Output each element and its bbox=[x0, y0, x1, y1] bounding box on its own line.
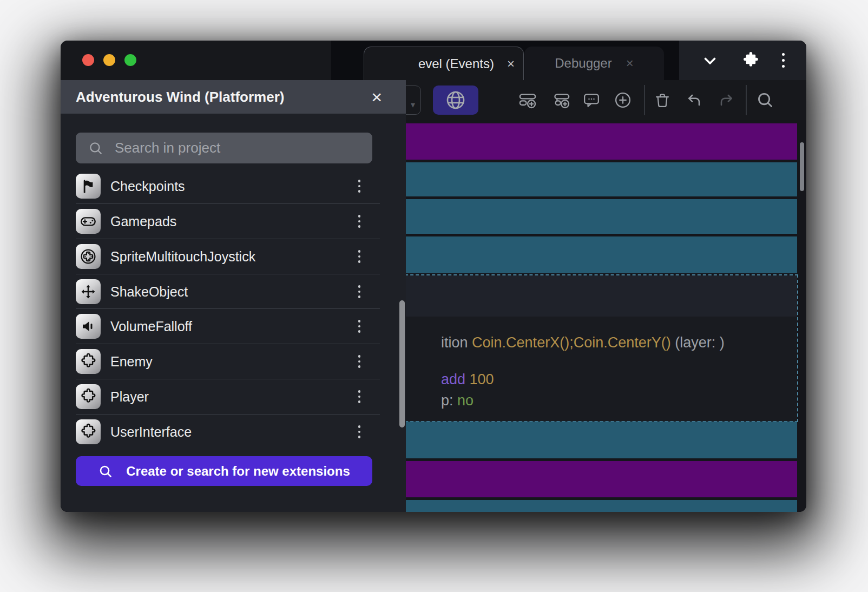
item-menu-icon[interactable] bbox=[358, 285, 361, 298]
item-menu-icon[interactable] bbox=[358, 215, 361, 228]
search-input[interactable]: Search in project bbox=[76, 133, 372, 163]
speaker-icon bbox=[76, 314, 101, 339]
item-menu-icon[interactable] bbox=[358, 355, 361, 368]
close-panel-icon[interactable]: × bbox=[371, 88, 382, 106]
event-action-line[interactable]: p: no bbox=[400, 376, 474, 426]
list-item-label: SpriteMultitouchJoystick bbox=[110, 249, 255, 265]
action-text: ition bbox=[441, 334, 472, 351]
action-text: p: bbox=[441, 392, 457, 409]
list-item-enemy[interactable]: Enemy bbox=[76, 344, 372, 379]
action-text: (layer: ) bbox=[671, 334, 725, 351]
app-window: evel (Events) × Debugger × ▾ bbox=[61, 41, 806, 512]
list-item-userinterface[interactable]: UserInterface bbox=[76, 415, 372, 449]
chevron-down-icon: ▾ bbox=[411, 100, 415, 110]
add-event-button[interactable] bbox=[518, 90, 537, 110]
create-extension-button[interactable]: Create or search for new extensions bbox=[76, 456, 372, 486]
gamepad-icon bbox=[76, 209, 101, 234]
redo-button[interactable] bbox=[716, 90, 736, 110]
puzzle-icon bbox=[76, 419, 101, 444]
list-item-shakeobject[interactable]: ShakeObject bbox=[76, 274, 372, 309]
list-item-label: Player bbox=[110, 389, 149, 405]
list-item-checkpoints[interactable]: Checkpoints bbox=[76, 169, 372, 203]
puzzle-icon bbox=[76, 384, 101, 409]
panel-scrollbar[interactable] bbox=[399, 300, 405, 427]
event-row[interactable] bbox=[346, 422, 797, 458]
globe-button[interactable] bbox=[433, 85, 478, 115]
panel-header: Adventurous Wind (Platformer) × bbox=[61, 80, 406, 114]
list-item-player[interactable]: Player bbox=[76, 379, 372, 414]
action-separator: ; bbox=[569, 334, 574, 351]
add-comment-button[interactable] bbox=[582, 90, 601, 110]
list-item-label: Checkpoints bbox=[110, 179, 185, 194]
list-item-label: UserInterface bbox=[110, 424, 192, 440]
globe-icon bbox=[445, 89, 466, 111]
chevron-down-icon[interactable] bbox=[701, 51, 719, 70]
undo-button[interactable] bbox=[685, 90, 704, 110]
list-item-label: VolumeFalloff bbox=[110, 319, 192, 334]
list-item-label: ShakeObject bbox=[110, 284, 188, 300]
project-manager-panel: Adventurous Wind (Platformer) × Search i… bbox=[61, 80, 406, 512]
event-rows: ition Coin.CenterX();Coin.CenterY() (lay… bbox=[346, 120, 797, 512]
flag-icon bbox=[76, 174, 101, 199]
puzzle-icon bbox=[76, 349, 101, 374]
list-item-volumefalloff[interactable]: VolumeFalloff bbox=[76, 309, 372, 344]
close-window-button[interactable] bbox=[82, 54, 94, 66]
joystick-icon bbox=[76, 244, 101, 269]
event-row[interactable] bbox=[346, 461, 797, 497]
panel-title: Adventurous Wind (Platformer) bbox=[76, 89, 284, 106]
minimize-window-button[interactable] bbox=[103, 54, 115, 66]
tab-level-events[interactable]: evel (Events) × bbox=[364, 47, 524, 80]
topbar-right-actions bbox=[679, 41, 806, 80]
item-menu-icon[interactable] bbox=[358, 250, 361, 263]
search-button[interactable] bbox=[755, 90, 775, 110]
tab-debugger[interactable]: Debugger × bbox=[524, 47, 664, 80]
toolbar-divider bbox=[644, 85, 645, 115]
item-menu-icon[interactable] bbox=[358, 390, 361, 403]
events-scrollbar[interactable] bbox=[800, 142, 804, 191]
event-row[interactable] bbox=[346, 123, 797, 160]
search-icon bbox=[88, 140, 104, 156]
event-row[interactable] bbox=[346, 199, 797, 234]
list-item-label: Gamepads bbox=[110, 214, 176, 229]
tab-label: evel (Events) bbox=[418, 56, 494, 71]
create-extension-label: Create or search for new extensions bbox=[126, 464, 350, 479]
event-row[interactable] bbox=[346, 162, 797, 196]
toolbar-divider bbox=[746, 85, 747, 115]
item-menu-icon[interactable] bbox=[358, 425, 361, 438]
circle-plus-button[interactable] bbox=[613, 90, 633, 110]
action-value: no bbox=[457, 392, 474, 409]
window-titlebar: evel (Events) × Debugger × bbox=[61, 41, 806, 80]
list-item-gamepads[interactable]: Gamepads bbox=[76, 204, 372, 239]
action-expression: Coin.CenterY() bbox=[574, 334, 671, 351]
action-expression: Coin.CenterX() bbox=[472, 334, 569, 351]
tab-label: Debugger bbox=[555, 56, 611, 71]
selected-event[interactable]: ition Coin.CenterX();Coin.CenterY() (lay… bbox=[345, 274, 798, 422]
list-item-spritemultitouchjoystick[interactable]: SpriteMultitouchJoystick bbox=[76, 239, 372, 274]
list-item-label: Enemy bbox=[110, 354, 153, 370]
event-row[interactable] bbox=[346, 236, 797, 273]
add-subevent-button[interactable] bbox=[551, 90, 571, 110]
delete-button[interactable] bbox=[653, 90, 672, 110]
puzzle-icon[interactable] bbox=[741, 51, 760, 70]
item-menu-icon[interactable] bbox=[358, 180, 361, 193]
event-conditions-area[interactable] bbox=[346, 275, 797, 317]
move-arrows-icon bbox=[76, 279, 101, 304]
close-tab-icon[interactable]: × bbox=[626, 57, 634, 70]
search-icon bbox=[98, 464, 113, 479]
item-menu-icon[interactable] bbox=[358, 320, 361, 333]
zoom-window-button[interactable] bbox=[124, 54, 136, 66]
event-row[interactable] bbox=[346, 500, 797, 512]
kebab-menu-icon[interactable] bbox=[782, 53, 785, 68]
search-placeholder: Search in project bbox=[115, 140, 220, 156]
close-tab-icon[interactable]: × bbox=[507, 57, 515, 70]
